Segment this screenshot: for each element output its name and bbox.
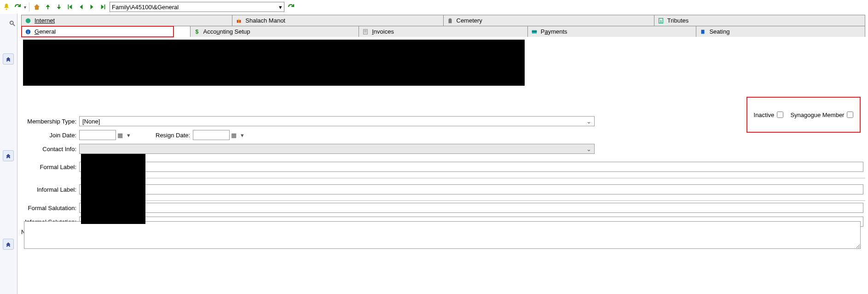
tab-cemetery[interactable]: Cemetery	[444, 15, 654, 26]
svg-text:i: i	[28, 29, 29, 34]
redacted-labels	[81, 154, 145, 224]
general-form: Membership Type: [None] ⌄ Join Date: ▦ ▾…	[21, 114, 865, 294]
tab-label: Accounting Setup	[203, 28, 250, 35]
tab-accounting-setup[interactable]: $ Accounting Setup	[191, 26, 359, 37]
tab-label: Cemetery	[457, 17, 482, 24]
gift-icon	[235, 17, 243, 24]
invoice-icon	[362, 28, 369, 35]
formal-label-label: Formal Label:	[21, 164, 79, 171]
main-toolbar: ▾ Family\A45100\&General ▾	[0, 0, 868, 14]
tab-tributes[interactable]: $ Tributes	[654, 15, 865, 26]
formal-salutation-label: Formal Salutation:	[21, 205, 79, 212]
tab-general[interactable]: i General	[21, 26, 191, 37]
redacted-header	[23, 40, 525, 86]
dollar-icon: $	[193, 28, 201, 35]
svg-rect-5	[238, 18, 239, 23]
seat-icon	[699, 28, 706, 35]
tab-shalach-manot[interactable]: Shalach Manot	[232, 15, 443, 26]
combo-value: [None]	[82, 118, 100, 125]
chevron-down-icon[interactable]: ▾	[279, 4, 282, 11]
last-icon[interactable]	[98, 2, 108, 12]
resign-date-label: Resign Date:	[156, 132, 193, 139]
collapse-button-3[interactable]	[3, 239, 14, 250]
bell-icon[interactable]	[2, 2, 11, 12]
content-area: Inactive Synagogue Member Membership Typ…	[21, 37, 865, 294]
tab-label: General	[35, 28, 56, 35]
up-arrow-icon[interactable]	[43, 2, 52, 12]
next-icon[interactable]	[87, 2, 97, 12]
tab-seating[interactable]: Seating	[696, 26, 865, 37]
tab-internet[interactable]: Internet	[21, 15, 232, 26]
resign-date-input[interactable]	[193, 130, 230, 140]
svg-text:$: $	[660, 19, 662, 23]
chevron-down-icon[interactable]: ⌄	[586, 146, 591, 153]
search-icon[interactable]	[9, 20, 16, 27]
calendar-icon[interactable]: ▦	[230, 130, 238, 140]
tab-payments[interactable]: Payments	[528, 26, 697, 37]
tab-label: Tributes	[667, 17, 689, 24]
tab-label: Payments	[541, 28, 567, 35]
join-date-input[interactable]	[79, 130, 116, 140]
breadcrumb-input[interactable]: Family\A45100\&General ▾	[110, 2, 284, 12]
svg-text:$: $	[195, 29, 198, 35]
chevron-down-icon[interactable]: ⌄	[586, 118, 591, 125]
membership-type-label: Membership Type:	[21, 118, 79, 125]
chevron-down-icon[interactable]: ▾	[238, 130, 246, 140]
collapse-button-1[interactable]	[3, 53, 14, 65]
card-icon	[531, 28, 538, 35]
globe-icon	[24, 17, 32, 24]
svg-rect-16	[701, 29, 705, 34]
svg-point-1	[10, 21, 13, 24]
calendar-icon[interactable]: ▦	[116, 130, 124, 140]
breadcrumb-text: Family\A45100\&General	[112, 4, 179, 11]
first-icon[interactable]	[65, 2, 75, 12]
tab-invoices[interactable]: Invoices	[359, 26, 528, 37]
redo-icon[interactable]	[13, 2, 22, 12]
down-arrow-icon[interactable]	[54, 2, 64, 12]
formal-label-input[interactable]	[79, 162, 863, 172]
chevron-down-icon[interactable]: ▾	[124, 130, 133, 140]
tab-strip: Internet Shalach Manot Cemetery $ Tribut…	[21, 15, 865, 37]
informal-label-input[interactable]	[79, 184, 863, 194]
left-rail	[0, 14, 17, 294]
informal-label-label: Informal Label:	[21, 186, 79, 193]
dollar-doc-icon: $	[657, 17, 665, 24]
contact-info-combo[interactable]: ⌄	[79, 144, 595, 154]
prev-icon[interactable]	[76, 2, 86, 12]
home-icon[interactable]	[32, 2, 41, 12]
info-icon: i	[24, 28, 32, 35]
join-date-label: Join Date:	[21, 132, 79, 139]
tombstone-icon	[446, 17, 454, 24]
go-icon[interactable]	[286, 2, 295, 12]
tab-label: Seating	[709, 28, 729, 35]
tab-label: Shalach Manot	[245, 17, 285, 24]
notes-textarea[interactable]	[24, 221, 861, 249]
tab-label: Invoices	[372, 28, 394, 35]
membership-type-combo[interactable]: [None] ⌄	[79, 116, 595, 126]
collapse-button-2[interactable]	[3, 150, 14, 161]
formal-salutation-input[interactable]	[79, 203, 863, 213]
svg-line-2	[13, 24, 15, 26]
contact-info-label: Contact Info:	[21, 146, 79, 153]
svg-rect-15	[532, 31, 537, 32]
svg-point-0	[6, 9, 7, 10]
svg-point-3	[26, 18, 31, 23]
tab-label: Internet	[35, 17, 55, 24]
